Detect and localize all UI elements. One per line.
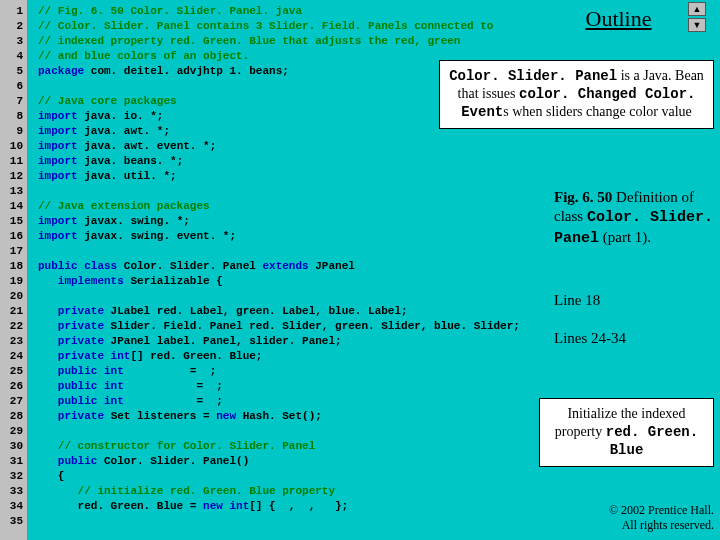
- line-number: 29: [0, 424, 27, 439]
- line-number: 6: [0, 79, 27, 94]
- line-ref-18: Line 18: [554, 292, 714, 309]
- line-number: 10: [0, 139, 27, 154]
- code-keyword: import: [38, 230, 78, 242]
- code-text: Color. Slider. Panel: [117, 260, 262, 272]
- code-text: {: [38, 470, 64, 482]
- code-keyword: public int: [38, 380, 124, 392]
- line-number: 3: [0, 34, 27, 49]
- code-text: java. awt. event. *;: [78, 140, 217, 152]
- code-text: = ;: [124, 365, 216, 377]
- line-number: 14: [0, 199, 27, 214]
- figure-number: Fig. 6. 50: [554, 189, 612, 205]
- callout-code-text: red. Green. Blue: [606, 424, 698, 458]
- line-number: 21: [0, 304, 27, 319]
- line-number: 19: [0, 274, 27, 289]
- line-number: 28: [0, 409, 27, 424]
- code-text: = ;: [124, 395, 223, 407]
- line-number: 34: [0, 499, 27, 514]
- outline-heading: Outline: [521, 6, 716, 32]
- code-text: JPanel: [309, 260, 355, 272]
- code-text: java. util. *;: [78, 170, 177, 182]
- copyright: © 2002 Prentice Hall. All rights reserve…: [609, 503, 714, 532]
- code-text: javax. swing. *;: [78, 215, 190, 227]
- callout-initialize: Initialize the indexed property red. Gre…: [539, 398, 714, 467]
- code-keyword: import: [38, 155, 78, 167]
- line-number: 13: [0, 184, 27, 199]
- line-number-gutter: 1 2 3 4 5 6 7 8 9 10 11 12 13 14 15 16 1…: [0, 0, 28, 540]
- line-number: 25: [0, 364, 27, 379]
- line-number: 7: [0, 94, 27, 109]
- code-keyword: public: [38, 455, 97, 467]
- line-number: 4: [0, 49, 27, 64]
- code-keyword: private: [38, 410, 111, 422]
- line-number: 18: [0, 259, 27, 274]
- line-number: 5: [0, 64, 27, 79]
- code-comment: // indexed property red. Green. Blue tha…: [38, 35, 460, 47]
- code-keyword: package: [38, 65, 84, 77]
- line-number: 23: [0, 334, 27, 349]
- code-comment: // Java core packages: [38, 95, 177, 107]
- code-keyword: import: [38, 170, 78, 182]
- line-number: 22: [0, 319, 27, 334]
- line-number: 9: [0, 124, 27, 139]
- line-number: 20: [0, 289, 27, 304]
- code-text: java. beans. *;: [78, 155, 184, 167]
- code-comment: // constructor for Color. Slider. Panel: [38, 440, 315, 452]
- copyright-line1: © 2002 Prentice Hall.: [609, 503, 714, 517]
- code-keyword: public class: [38, 260, 117, 272]
- code-keyword: import: [38, 125, 78, 137]
- code-comment: // Color. Slider. Panel contains 3 Slide…: [38, 20, 493, 32]
- code-text: java. awt. *;: [78, 125, 170, 137]
- code-text: JLabel red. Label, green. Label, blue. L…: [104, 305, 408, 317]
- code-keyword: private: [38, 335, 104, 347]
- copyright-line2: All rights reserved.: [609, 518, 714, 532]
- line-number: 30: [0, 439, 27, 454]
- code-text: Set listeners =: [111, 410, 217, 422]
- code-text: = ;: [124, 380, 223, 392]
- code-comment: // Fig. 6. 50 Color. Slider. Panel. java: [38, 5, 302, 17]
- line-number: 27: [0, 394, 27, 409]
- code-keyword: public int: [38, 395, 124, 407]
- line-ref-24-34: Lines 24-34: [554, 330, 714, 347]
- figure-text: (part 1).: [599, 229, 651, 245]
- right-panel: Outline: [521, 0, 716, 42]
- code-text: com. deitel. advjhtp 1. beans;: [84, 65, 289, 77]
- code-keyword: import: [38, 140, 78, 152]
- line-number: 35: [0, 514, 27, 529]
- code-text: Hash. Set();: [236, 410, 322, 422]
- code-keyword: private: [38, 305, 104, 317]
- callout-description: Color. Slider. Panel is a Java. Bean tha…: [439, 60, 714, 129]
- line-number: 24: [0, 349, 27, 364]
- code-comment: // Java extension packages: [38, 200, 210, 212]
- line-number: 33: [0, 484, 27, 499]
- code-keyword: import: [38, 215, 78, 227]
- line-number: 8: [0, 109, 27, 124]
- code-keyword: import: [38, 110, 78, 122]
- code-keyword: new int: [203, 500, 249, 512]
- code-text: Serializable {: [124, 275, 223, 287]
- line-number: 15: [0, 214, 27, 229]
- line-number: 26: [0, 379, 27, 394]
- code-comment: // and blue colors of an object.: [38, 50, 249, 62]
- code-keyword: public int: [38, 365, 124, 377]
- code-comment: // initialize red. Green. Blue property: [38, 485, 335, 497]
- code-keyword: implements: [38, 275, 124, 287]
- code-keyword: extends: [262, 260, 308, 272]
- code-text: Color. Slider. Panel(): [97, 455, 249, 467]
- line-number: 17: [0, 244, 27, 259]
- line-number: 11: [0, 154, 27, 169]
- code-text: [] red. Green. Blue;: [130, 350, 262, 362]
- line-number: 1: [0, 4, 27, 19]
- code-text: java. io. *;: [78, 110, 164, 122]
- code-text: JPanel label. Panel, slider. Panel;: [104, 335, 342, 347]
- code-text: javax. swing. event. *;: [78, 230, 236, 242]
- line-number: 2: [0, 19, 27, 34]
- code-text: [] { , , };: [249, 500, 348, 512]
- line-number: 32: [0, 469, 27, 484]
- callout-code-text: Color. Slider. Panel: [449, 68, 617, 84]
- code-keyword: private: [38, 320, 104, 332]
- line-number: 31: [0, 454, 27, 469]
- line-number: 16: [0, 229, 27, 244]
- line-number: 12: [0, 169, 27, 184]
- figure-caption: Fig. 6. 50 Definition of class Color. Sl…: [554, 188, 714, 248]
